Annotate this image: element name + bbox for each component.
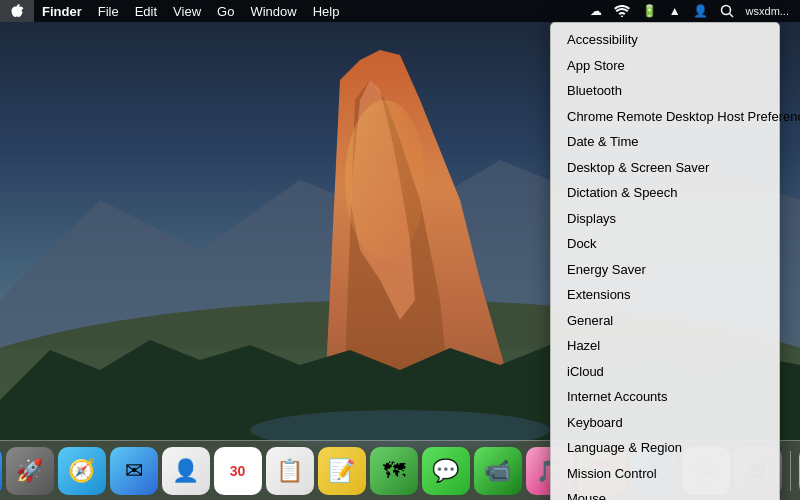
dock-icon-finder[interactable]: 🗂 [0,447,2,495]
dock-icon-calendar[interactable]: 30 [214,447,262,495]
menubar-window[interactable]: Window [242,0,304,22]
menu-item-label: Date & Time [567,132,639,152]
menu-item-mouse[interactable]: Mouse [551,486,779,500]
battery-icon[interactable]: 🔋 [637,0,662,22]
menu-item-energy-saver[interactable]: Energy Saver [551,257,779,283]
menu-item-extensions[interactable]: Extensions [551,282,779,308]
menu-item-dictation--speech[interactable]: Dictation & Speech [551,180,779,206]
search-icon[interactable] [715,0,739,22]
menu-item-label: Mission Control [567,464,657,484]
menubar-right: ☁ 🔋 ▲ 👤 wsxdm... [585,0,800,22]
svg-point-6 [345,100,425,260]
menu-item-label: Hazel [567,336,600,356]
dock-icon-safari[interactable]: 🧭 [58,447,106,495]
menu-item-language--region[interactable]: Language & Region [551,435,779,461]
menu-item-keyboard[interactable]: Keyboard [551,410,779,436]
dock-icon-mail[interactable]: ✉ [110,447,158,495]
menu-item-label: Accessibility [567,30,638,50]
menu-item-icloud[interactable]: iCloud [551,359,779,385]
context-menu: AccessibilityApp StoreBluetoothChrome Re… [550,22,780,500]
menubar: Finder File Edit View Go Window Help ☁ 🔋… [0,0,800,22]
menu-item-dock[interactable]: Dock [551,231,779,257]
menu-item-label: Dictation & Speech [567,183,678,203]
menu-item-label: Energy Saver [567,260,646,280]
menu-item-general[interactable]: General [551,308,779,334]
dock-icon-reminders[interactable]: 📋 [266,447,314,495]
menubar-help[interactable]: Help [305,0,348,22]
user-icon[interactable]: 👤 [688,0,713,22]
menu-item-label: Mouse [567,489,606,500]
dock-icon-maps[interactable]: 🗺 [370,447,418,495]
apple-menu[interactable] [0,0,34,22]
menu-item-app-store[interactable]: App Store [551,53,779,79]
menubar-left: Finder File Edit View Go Window Help [0,0,347,22]
menu-item-label: Dock [567,234,597,254]
menubar-edit[interactable]: Edit [127,0,165,22]
menubar-go[interactable]: Go [209,0,242,22]
menu-item-label: Keyboard [567,413,623,433]
menubar-view[interactable]: View [165,0,209,22]
menu-item-label: iCloud [567,362,604,382]
menu-item-label: Internet Accounts [567,387,667,407]
icloud-icon[interactable]: ☁ [585,0,607,22]
menu-item-label: Displays [567,209,616,229]
menu-item-label: Chrome Remote Desktop Host Preferences [567,107,800,127]
menu-item-internet-accounts[interactable]: Internet Accounts [551,384,779,410]
menu-item-bluetooth[interactable]: Bluetooth [551,78,779,104]
menu-item-desktop--screen-saver[interactable]: Desktop & Screen Saver [551,155,779,181]
date-time: wsxdm... [741,0,794,22]
menu-item-mission-control[interactable]: Mission Control [551,461,779,487]
menu-item-label: Extensions [567,285,631,305]
up-arrow-icon[interactable]: ▲ [664,0,686,22]
menu-item-displays[interactable]: Displays [551,206,779,232]
menu-item-label: Desktop & Screen Saver [567,158,709,178]
menubar-file[interactable]: File [90,0,127,22]
dock-divider [790,451,791,491]
menu-item-label: Language & Region [567,438,682,458]
dock-icon-messages[interactable]: 💬 [422,447,470,495]
dock-icon-notes[interactable]: 📝 [318,447,366,495]
menu-item-label: General [567,311,613,331]
menu-item-hazel[interactable]: Hazel [551,333,779,359]
svg-line-11 [729,14,733,18]
wifi-icon[interactable] [609,0,635,22]
menu-item-label: App Store [567,56,625,76]
svg-point-10 [721,6,730,15]
menu-item-date--time[interactable]: Date & Time [551,129,779,155]
dock-icon-contacts[interactable]: 👤 [162,447,210,495]
dock-icon-launchpad[interactable]: 🚀 [6,447,54,495]
menu-item-accessibility[interactable]: Accessibility [551,27,779,53]
menu-item-chrome-remote-desktop-host-preferences[interactable]: Chrome Remote Desktop Host Preferences [551,104,779,130]
menu-item-label: Bluetooth [567,81,622,101]
menubar-finder[interactable]: Finder [34,0,90,22]
dock-icon-facetime[interactable]: 📹 [474,447,522,495]
